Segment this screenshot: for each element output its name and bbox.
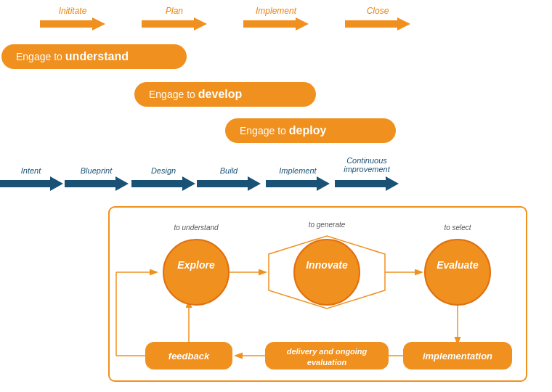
svg-marker-9	[335, 176, 399, 191]
phase-close-label: Close	[367, 6, 389, 16]
phase-intent-label: Intent	[21, 166, 41, 175]
arrow-implement-bottom	[266, 176, 330, 191]
phase-close: Close	[327, 6, 429, 30]
phase-intent: Intent	[0, 166, 62, 191]
to-generate-label: to generate	[309, 221, 346, 229]
phase-blueprint: Blueprint	[62, 166, 131, 191]
arrow-implement-top	[243, 17, 309, 30]
arrow-design	[131, 176, 195, 191]
diagram-svg: Explore Innovate Evaluate to understand …	[102, 200, 537, 388]
arrow-inititate	[40, 17, 105, 30]
arrow-continuous	[335, 176, 399, 191]
engage-understand-bold: understand	[65, 50, 129, 63]
engage-develop-normal: Engage to	[149, 89, 195, 100]
phase-design-label: Design	[151, 166, 176, 175]
phase-inititate: Inititate	[22, 6, 123, 30]
svg-point-21	[163, 240, 229, 305]
arrow-plan	[142, 17, 207, 30]
phase-plan: Plan	[123, 6, 225, 30]
phase-build-label: Build	[220, 166, 238, 175]
feedback-box-label: feedback	[169, 351, 210, 362]
main-container: Inititate Plan Implement Close Engage to	[0, 0, 552, 392]
top-phase-row: Inititate Plan Implement Close	[22, 6, 429, 30]
engage-deploy-bold: deploy	[289, 124, 327, 137]
arrow-intent	[0, 176, 63, 191]
to-understand-label: to understand	[174, 224, 219, 232]
phase-implement-top-label: Implement	[256, 6, 296, 16]
engage-understand-btn: Engage to understand	[1, 44, 187, 69]
phase-continuous: Continuous improvement	[334, 156, 399, 191]
delivery-box-label-2: evaluation	[307, 358, 347, 367]
explore-label: Explore	[177, 259, 215, 271]
svg-marker-8	[266, 176, 330, 191]
implementation-box-label: implementation	[423, 351, 492, 362]
engage-develop-bold: develop	[198, 88, 242, 101]
to-select-label: to select	[444, 224, 471, 232]
phase-build: Build	[196, 166, 261, 191]
bottom-phase-row: Intent Blueprint Design Build Implement	[0, 156, 399, 191]
phase-plan-label: Plan	[166, 6, 183, 16]
arrow-blueprint	[65, 176, 129, 191]
engage-develop-btn: Engage to develop	[134, 82, 316, 107]
arrow-close	[345, 17, 410, 30]
svg-marker-2	[243, 17, 309, 30]
engage-deploy-btn: Engage to deploy	[225, 118, 396, 143]
phase-design: Design	[131, 166, 196, 191]
innovate-label: Innovate	[306, 259, 348, 271]
phase-inititate-label: Inititate	[59, 6, 87, 16]
arrow-build	[197, 176, 261, 191]
phase-implement-bottom: Implement	[261, 166, 334, 191]
svg-marker-7	[197, 176, 261, 191]
engage-understand-normal: Engage to	[16, 51, 62, 62]
svg-marker-5	[65, 176, 129, 191]
svg-point-23	[425, 240, 490, 305]
svg-marker-3	[345, 17, 410, 30]
delivery-box-label-1: delivery and ongoing	[287, 347, 368, 356]
phase-blueprint-label: Blueprint	[81, 166, 112, 175]
phase-implement-bottom-label: Implement	[279, 166, 316, 175]
phase-implement-top: Implement	[225, 6, 327, 30]
svg-point-22	[294, 240, 360, 305]
svg-marker-6	[131, 176, 195, 191]
phase-continuous-label: Continuous improvement	[338, 156, 396, 173]
engage-deploy-normal: Engage to	[240, 125, 286, 136]
svg-marker-0	[40, 17, 105, 30]
svg-marker-4	[0, 176, 63, 191]
evaluate-label: Evaluate	[437, 259, 479, 271]
svg-marker-1	[142, 17, 207, 30]
